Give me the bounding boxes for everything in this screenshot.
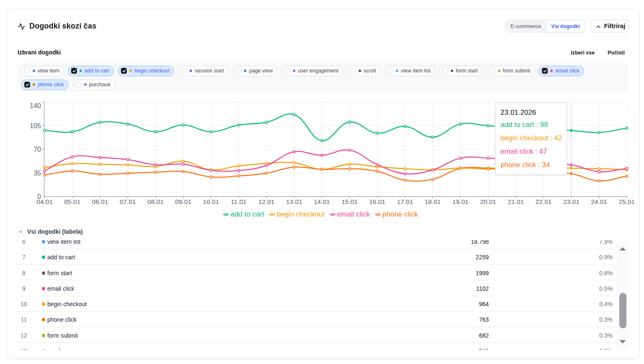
svg-text:16.01: 16.01 — [369, 198, 385, 205]
svg-text:35: 35 — [33, 170, 41, 177]
svg-text:10.01: 10.01 — [203, 198, 219, 205]
svg-text:22.01: 22.01 — [536, 198, 552, 205]
svg-text:08.01: 08.01 — [147, 198, 164, 205]
svg-text:70: 70 — [33, 146, 41, 153]
svg-text:140: 140 — [30, 102, 41, 109]
svg-text:20.01: 20.01 — [480, 198, 496, 205]
svg-text:04.01: 04.01 — [36, 198, 53, 205]
svg-text:19.01: 19.01 — [452, 198, 469, 205]
svg-text:11.01: 11.01 — [231, 198, 247, 205]
svg-text:15.01: 15.01 — [341, 198, 358, 205]
svg-text:18.01: 18.01 — [425, 198, 441, 205]
svg-text:21.01: 21.01 — [508, 198, 524, 205]
svg-text:06.01: 06.01 — [92, 198, 108, 205]
svg-text:17.01: 17.01 — [397, 198, 413, 205]
svg-text:14.01: 14.01 — [314, 198, 330, 205]
svg-text:09.01: 09.01 — [175, 198, 192, 205]
svg-text:25.01: 25.01 — [618, 198, 635, 205]
svg-text:12.01: 12.01 — [258, 198, 275, 205]
svg-text:07.01: 07.01 — [120, 198, 136, 205]
svg-text:23.01: 23.01 — [563, 198, 580, 205]
svg-text:13.01: 13.01 — [286, 198, 303, 205]
svg-text:105: 105 — [30, 122, 41, 129]
svg-text:05.01: 05.01 — [64, 198, 81, 205]
svg-text:24.01: 24.01 — [591, 198, 607, 205]
